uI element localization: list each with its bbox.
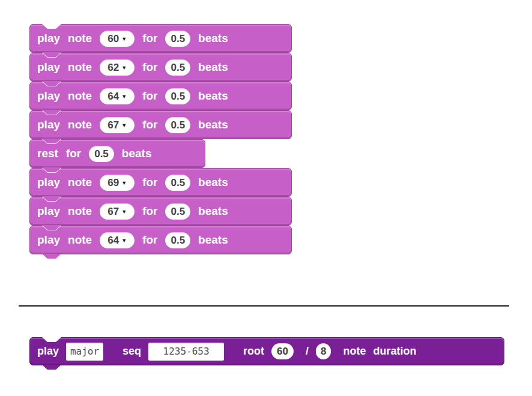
- scale-value: major: [70, 347, 99, 356]
- divider-line: [19, 305, 509, 307]
- for-label: for: [142, 89, 157, 103]
- for-label: for: [142, 118, 157, 131]
- seq-label: seq: [122, 345, 141, 358]
- note-dropdown[interactable]: 67 ▼: [100, 117, 135, 133]
- beats-input[interactable]: 0.5: [165, 31, 190, 47]
- note-label: note: [68, 233, 92, 247]
- beats-label: beats: [198, 176, 228, 189]
- beats-input[interactable]: 0.5: [165, 88, 190, 104]
- beats-value: 0.5: [171, 206, 185, 217]
- dropdown-caret-icon: ▼: [121, 37, 127, 42]
- note-dropdown[interactable]: 64 ▼: [100, 88, 135, 104]
- play-note-block[interactable]: play note 67 ▼ for 0.5 beats: [29, 197, 292, 226]
- note-value: 69: [107, 178, 119, 188]
- note-label: note: [68, 176, 92, 189]
- beats-input[interactable]: 0.5: [165, 59, 190, 76]
- play-label: play: [37, 233, 60, 247]
- note-label: note: [68, 118, 92, 131]
- beats-label: beats: [198, 61, 228, 74]
- dropdown-caret-icon: ▼: [121, 65, 127, 71]
- play-note-block[interactable]: play note 64 ▼ for 0.5 beats: [29, 82, 292, 110]
- script-area: play note 60 ▼ for 0.5 beats play note 6…: [0, 0, 532, 396]
- rest-label: rest: [37, 147, 58, 160]
- root-value: 60: [277, 346, 288, 356]
- beats-label: beats: [198, 32, 228, 45]
- dropdown-caret-icon: ▼: [121, 94, 127, 100]
- beats-value: 0.5: [171, 178, 185, 188]
- note-value: 64: [107, 235, 119, 245]
- beats-value: 0.5: [94, 149, 109, 159]
- beats-value: 0.5: [171, 62, 185, 73]
- beats-label: beats: [198, 89, 228, 103]
- seq-value: 1235-653: [163, 347, 210, 356]
- note-dropdown[interactable]: 69 ▼: [100, 175, 135, 191]
- for-label: for: [142, 205, 157, 218]
- dropdown-caret-icon: ▼: [121, 181, 127, 186]
- root-label: root: [243, 345, 264, 358]
- beats-input[interactable]: 0.5: [165, 117, 190, 133]
- note-dropdown[interactable]: 62 ▼: [100, 59, 135, 76]
- play-note-block[interactable]: play note 69 ▼ for 0.5 beats: [29, 168, 292, 197]
- beats-input[interactable]: 0.5: [89, 146, 114, 162]
- play-note-block[interactable]: play note 62 ▼ for 0.5 beats: [29, 53, 292, 82]
- beats-label: beats: [198, 205, 228, 218]
- note-label: note: [343, 345, 366, 358]
- root-input[interactable]: 60: [271, 343, 294, 359]
- play-label: play: [37, 345, 59, 358]
- beats-value: 0.5: [171, 120, 185, 130]
- beats-value: 0.5: [171, 91, 185, 101]
- beats-value: 0.5: [171, 34, 185, 44]
- for-label: for: [66, 147, 81, 160]
- note-label: note: [68, 61, 92, 74]
- play-note-block[interactable]: play note 64 ▼ for 0.5 beats: [29, 226, 292, 254]
- play-seq-block[interactable]: play major seq 1235-653 root 60 / 8 note…: [29, 337, 504, 365]
- dropdown-caret-icon: ▼: [121, 123, 127, 128]
- divisor-value: 8: [321, 346, 326, 356]
- beats-input[interactable]: 0.5: [165, 203, 190, 220]
- beats-label: beats: [198, 233, 228, 247]
- beats-value: 0.5: [171, 235, 185, 245]
- note-label: note: [68, 32, 92, 45]
- note-value: 67: [107, 206, 119, 217]
- rest-block[interactable]: rest for 0.5 beats: [29, 139, 205, 168]
- block-stack: play note 60 ▼ for 0.5 beats play note 6…: [29, 24, 292, 254]
- dropdown-caret-icon: ▼: [121, 238, 127, 244]
- note-value: 64: [107, 91, 119, 101]
- dropdown-caret-icon: ▼: [121, 209, 127, 215]
- seq-input[interactable]: 1235-653: [148, 343, 224, 361]
- slash-label: /: [306, 345, 309, 358]
- note-label: note: [68, 89, 92, 103]
- note-dropdown[interactable]: 67 ▼: [100, 203, 135, 220]
- duration-label: duration: [373, 345, 416, 358]
- divisor-input[interactable]: 8: [316, 343, 331, 359]
- beats-label: beats: [198, 118, 228, 131]
- for-label: for: [142, 176, 157, 189]
- for-label: for: [142, 233, 157, 247]
- for-label: for: [142, 61, 157, 74]
- play-label: play: [37, 176, 60, 189]
- note-value: 60: [107, 34, 119, 44]
- note-value: 62: [107, 62, 119, 73]
- play-label: play: [37, 32, 60, 45]
- play-label: play: [37, 61, 60, 74]
- play-label: play: [37, 118, 60, 131]
- for-label: for: [142, 32, 157, 45]
- beats-label: beats: [122, 147, 152, 160]
- beats-input[interactable]: 0.5: [165, 232, 190, 248]
- note-dropdown[interactable]: 60 ▼: [100, 31, 135, 47]
- note-label: note: [68, 205, 92, 218]
- play-label: play: [37, 205, 60, 218]
- play-label: play: [37, 89, 60, 103]
- note-dropdown[interactable]: 64 ▼: [100, 232, 135, 248]
- play-note-block[interactable]: play note 60 ▼ for 0.5 beats: [29, 24, 292, 53]
- play-note-block[interactable]: play note 67 ▼ for 0.5 beats: [29, 110, 292, 139]
- beats-input[interactable]: 0.5: [165, 175, 190, 191]
- scale-input[interactable]: major: [66, 343, 103, 361]
- note-value: 67: [107, 120, 119, 130]
